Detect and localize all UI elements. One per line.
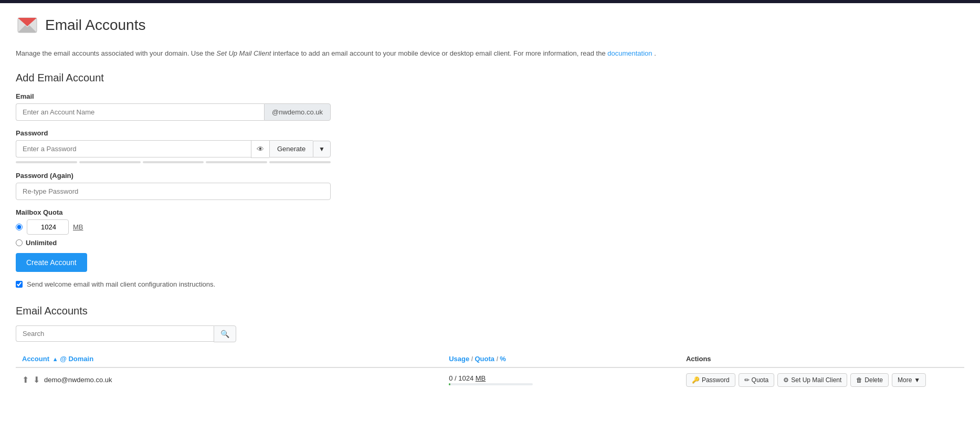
quota-specific-radio[interactable] [16, 224, 23, 230]
usage-bar [449, 383, 533, 385]
usage-text: 0 / 1024 MB [449, 374, 673, 382]
table-row: ⬆ ⬇ demo@nwdemo.co.uk 0 / 1024 MB [16, 367, 964, 392]
more-chevron-icon: ▼ [914, 376, 920, 384]
password-label: Password [16, 129, 964, 137]
actions-cell: 🔑 Password ✏ Quota ⚙ Set Up Mail Client [680, 367, 964, 392]
documentation-link[interactable]: documentation [607, 49, 652, 57]
col-account-label: Account [22, 355, 49, 363]
col-at: @ [60, 355, 68, 363]
welcome-email-label[interactable]: Send welcome email with mail client conf… [27, 280, 215, 288]
welcome-email-checkbox[interactable] [16, 281, 23, 288]
quota-col-label: Quota [475, 355, 494, 363]
main-content: Email Accounts Manage the email accounts… [0, 3, 980, 442]
trash-icon: 🗑 [856, 376, 862, 384]
generate-password-dropdown-button[interactable]: ▼ [313, 141, 331, 157]
accounts-table: Account ▲ @ Domain Usage / Quota / % Act… [16, 351, 964, 392]
strength-segment-1 [16, 161, 77, 163]
page-description: Manage the email accounts associated wit… [16, 48, 964, 59]
password-row: 👁 Generate ▼ [16, 140, 331, 158]
desc-end: . [654, 49, 656, 57]
generate-password-button[interactable]: Generate [269, 140, 313, 157]
col-header-account: Account ▲ @ Domain [16, 351, 442, 367]
strength-segment-5 [269, 161, 331, 163]
search-button[interactable]: 🔍 [214, 325, 236, 342]
quota-unit-label: MB [73, 223, 83, 231]
password-again-form-group: Password (Again) [16, 172, 964, 200]
email-domain-badge: @nwdemo.co.uk [264, 103, 331, 121]
table-header: Account ▲ @ Domain Usage / Quota / % Act… [16, 351, 964, 367]
more-label: More [898, 376, 912, 384]
account-email: demo@nwdemo.co.uk [44, 376, 112, 384]
delete-account-button[interactable]: 🗑 Delete [850, 373, 889, 387]
create-account-button[interactable]: Create Account [16, 253, 87, 272]
toggle-password-visibility-button[interactable]: 👁 [251, 140, 269, 158]
quota-value-input[interactable] [27, 219, 69, 235]
quota-action-button[interactable]: ✏ Quota [739, 373, 775, 387]
usage-label: Usage [449, 355, 469, 363]
password-again-label: Password (Again) [16, 172, 964, 180]
desc-mid: interface to add an email account to you… [273, 49, 607, 57]
add-email-section-title: Add Email Account [16, 72, 964, 84]
strength-segment-4 [206, 161, 267, 163]
usage-unit: MB [476, 374, 486, 382]
col-domain-label: Domain [68, 355, 93, 363]
table-body: ⬆ ⬇ demo@nwdemo.co.uk 0 / 1024 MB [16, 367, 964, 392]
strength-segment-3 [143, 161, 204, 163]
col-header-actions: Actions [680, 351, 964, 367]
download-icon[interactable]: ⬇ [33, 375, 40, 385]
email-label: Email [16, 92, 964, 100]
quota-form-group: Mailbox Quota MB Unlimited [16, 208, 964, 247]
col-header-usage: Usage / Quota / % [442, 351, 680, 367]
usage-fill [449, 383, 450, 385]
desc-main: Manage the email accounts associated wit… [16, 49, 216, 57]
percent-label: % [500, 355, 506, 363]
welcome-email-row: Send welcome email with mail client conf… [16, 280, 964, 288]
email-accounts-icon [16, 14, 39, 37]
usage-bar-container: 0 / 1024 MB [449, 374, 673, 385]
key-icon: 🔑 [692, 376, 700, 384]
password-again-input[interactable] [16, 183, 331, 200]
sort-icon: ▲ [52, 356, 58, 362]
account-icons-row: ⬆ ⬇ demo@nwdemo.co.uk [22, 375, 436, 385]
email-input-row: @nwdemo.co.uk [16, 103, 331, 121]
setup-mail-label: Set Up Mail Client [791, 376, 841, 384]
password-strength-bar [16, 161, 331, 163]
quota-unlimited-label[interactable]: Unlimited [26, 239, 57, 247]
quota-radio-row: MB [16, 219, 964, 235]
email-account-input[interactable] [16, 103, 264, 121]
page-header: Email Accounts [16, 14, 964, 42]
gear-icon: ⚙ [783, 376, 789, 384]
search-input[interactable] [16, 325, 214, 342]
chevron-down-icon: ▼ [319, 145, 325, 153]
eye-icon: 👁 [257, 145, 264, 153]
actions-cell-content: 🔑 Password ✏ Quota ⚙ Set Up Mail Client [686, 373, 958, 387]
quota-unlimited-row: Unlimited [16, 239, 964, 247]
pencil-icon: ✏ [744, 376, 750, 384]
password-action-button[interactable]: 🔑 Password [686, 373, 735, 387]
account-cell: ⬆ ⬇ demo@nwdemo.co.uk [16, 367, 442, 392]
email-accounts-section: Email Accounts 🔍 Account ▲ @ Domain [16, 305, 964, 392]
quota-unlimited-radio[interactable] [16, 239, 23, 246]
password-input[interactable] [16, 140, 251, 157]
page-title: Email Accounts [45, 17, 145, 34]
quota-action-label: Quota [752, 376, 769, 384]
email-accounts-section-title: Email Accounts [16, 305, 964, 317]
upload-icon[interactable]: ⬆ [22, 375, 29, 385]
password-form-group: Password 👁 Generate ▼ [16, 129, 964, 163]
search-icon: 🔍 [220, 330, 229, 338]
quota-label: Mailbox Quota [16, 208, 964, 216]
delete-label: Delete [865, 376, 883, 384]
email-form-group: Email @nwdemo.co.uk [16, 92, 964, 121]
usage-cell: 0 / 1024 MB [442, 367, 680, 392]
password-action-label: Password [702, 376, 730, 384]
password-again-input-row [16, 183, 331, 200]
desc-italic: Set Up Mail Client [216, 49, 271, 57]
setup-mail-client-button[interactable]: ⚙ Set Up Mail Client [777, 373, 847, 387]
strength-segment-2 [79, 161, 141, 163]
table-header-row: Account ▲ @ Domain Usage / Quota / % Act… [16, 351, 964, 367]
search-row: 🔍 [16, 325, 236, 342]
more-actions-button[interactable]: More ▼ [892, 373, 926, 387]
